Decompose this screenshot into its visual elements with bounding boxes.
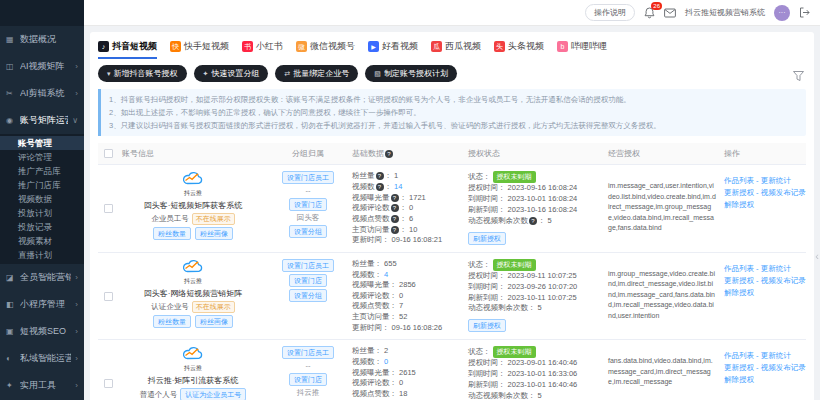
offline-tag[interactable]: 不在线展示 bbox=[192, 213, 235, 225]
row-checkbox[interactable] bbox=[104, 379, 113, 388]
tab-6[interactable]: 头头条视频 bbox=[494, 40, 544, 59]
stat-value: 0 bbox=[399, 378, 403, 387]
stat-line: 视频曝光量： 2856 bbox=[352, 280, 460, 291]
stat-label: 视频点赞数 bbox=[352, 214, 390, 223]
question-icon: ? bbox=[376, 172, 384, 180]
sidebar-item-2[interactable]: ✂AI剪辑系统› bbox=[0, 80, 84, 107]
sidebar-item-label: 账号矩阵运营 bbox=[20, 114, 68, 127]
group-set-button[interactable]: 设置门店 bbox=[289, 373, 327, 386]
tab-2[interactable]: 书小红书 bbox=[242, 40, 283, 59]
operation-link[interactable]: 解除授权 bbox=[724, 199, 802, 211]
action-button-2[interactable]: ⇄批量绑定企业号 bbox=[275, 65, 358, 82]
operation-link[interactable]: 作品列表 - 更新统计 bbox=[724, 175, 802, 187]
tab-3[interactable]: 微微信视频号 bbox=[296, 40, 355, 59]
row-checkbox[interactable] bbox=[104, 204, 113, 213]
status-badge-line: 状态： 授权未到期 bbox=[468, 346, 600, 358]
group-set-button[interactable]: 设置门店员工 bbox=[282, 259, 334, 272]
group-set-button[interactable]: 设置分组 bbox=[289, 289, 327, 302]
header-label: 分组归属 bbox=[292, 149, 324, 158]
sidebar-subitem-5[interactable]: 投放计划 bbox=[0, 206, 84, 220]
status-line-label: 到期时间 bbox=[468, 282, 498, 291]
group-set-button[interactable]: 设置门店 bbox=[289, 274, 327, 287]
fan-button[interactable]: 粉丝画像 bbox=[195, 227, 233, 240]
operation-link[interactable]: 更新授权 - 视频发布记录 bbox=[724, 362, 802, 374]
account-cell: 抖云推抖云推·矩阵引流获客系统普通个人号认证为企业员工号粉丝数量粉丝画像 bbox=[118, 340, 268, 400]
status-line-label: 到期时间 bbox=[468, 369, 498, 378]
sidebar-item-3[interactable]: ◉账号矩阵运营∨ bbox=[0, 107, 84, 134]
info-alert: 1、抖音账号扫码授权时，如提示部分权限授权失败：该账号不满足授权条件；证明授权的… bbox=[98, 89, 806, 136]
sidebar-subitem-4[interactable]: 视频数据 bbox=[0, 192, 84, 206]
tab-label: 微信视频号 bbox=[310, 40, 355, 53]
operation-link[interactable]: 作品列表 - 更新统计 bbox=[724, 263, 802, 275]
action-button-1[interactable]: ✦快速设置分组 bbox=[194, 65, 269, 82]
sidebar-item-label: 全员智能营销 bbox=[20, 271, 71, 284]
action-bar: ▾新增抖音账号授权✦快速设置分组⇄批量绑定企业号▧制定账号授权计划 bbox=[98, 65, 806, 82]
account-logo bbox=[180, 259, 206, 277]
platform-icon: 瓜 bbox=[431, 41, 442, 52]
tab-0[interactable]: ♪抖音短视频 bbox=[98, 40, 157, 59]
sidebar-subitem-2[interactable]: 推广产品库 bbox=[0, 164, 84, 178]
tab-1[interactable]: 快快手短视频 bbox=[170, 40, 229, 59]
select-all-checkbox[interactable] bbox=[104, 149, 113, 158]
status-cell: 状态： 授权未到期授权时间： 2023-09-01 16:40:46到期时间： … bbox=[464, 340, 604, 400]
menu-icon: ▦ bbox=[6, 35, 16, 44]
stat-value[interactable]: 0 bbox=[384, 357, 388, 366]
stat-value[interactable]: 14 bbox=[394, 182, 402, 191]
sidebar-item-b-1[interactable]: ◧小程序管理› bbox=[0, 291, 84, 318]
sidebar-item-b-4[interactable]: ✦实用工具› bbox=[0, 372, 84, 399]
filter-icon[interactable] bbox=[793, 67, 804, 85]
sidebar-item-b-2[interactable]: ▣短视频SEO› bbox=[0, 318, 84, 345]
operation-link[interactable]: 更新授权 - 视频发布记录 bbox=[724, 187, 802, 199]
fan-button[interactable]: 粉丝画像 bbox=[195, 315, 233, 328]
sidebar-item-b-0[interactable]: ◪全员智能营销› bbox=[0, 264, 84, 291]
avatar[interactable]: ··· bbox=[774, 5, 790, 21]
account-type: 企业员工号 bbox=[151, 214, 189, 224]
sidebar-item-1[interactable]: ◫AI视频矩阵› bbox=[0, 53, 84, 80]
group-set-button[interactable]: 设置门店员工 bbox=[282, 346, 334, 359]
refresh-auth-button[interactable]: 刷新授权 bbox=[468, 319, 506, 332]
tab-7[interactable]: b哔哩哔哩 bbox=[557, 40, 607, 59]
fan-button[interactable]: 粉丝数量 bbox=[153, 315, 191, 328]
sidebar-subitem-7[interactable]: 视频素材 bbox=[0, 234, 84, 248]
sidebar-item-0[interactable]: ▦数据概况 bbox=[0, 26, 84, 53]
mail-icon[interactable] bbox=[664, 8, 676, 18]
button-icon: ✦ bbox=[203, 70, 209, 78]
help-button[interactable]: 操作说明 bbox=[585, 4, 635, 21]
tab-5[interactable]: 瓜西瓜视频 bbox=[431, 40, 481, 59]
sidebar-item-b-3[interactable]: ◐私域智能运营› bbox=[0, 345, 84, 372]
action-button-0[interactable]: ▾新增抖音账号授权 bbox=[98, 65, 187, 82]
notification-bell-icon[interactable]: 26 bbox=[644, 7, 655, 19]
operation-link[interactable]: 更新授权 - 视频发布记录 bbox=[724, 275, 802, 287]
logout-icon[interactable] bbox=[799, 7, 810, 18]
operation-link[interactable]: 解除授权 bbox=[724, 287, 802, 299]
platform-icon: 头 bbox=[494, 41, 505, 52]
button-icon: ⇄ bbox=[284, 70, 290, 78]
sidebar-subitem-0[interactable]: 账号管理 bbox=[0, 136, 84, 150]
tab-label: 抖音短视频 bbox=[112, 40, 157, 53]
stat-line: 视频评论数： 0 bbox=[352, 291, 460, 302]
sidebar-subitem-3[interactable]: 推广门店库 bbox=[0, 178, 84, 192]
row-checkbox[interactable] bbox=[104, 292, 113, 301]
platform-tabs: ♪抖音短视频快快手短视频书小红书微微信视频号▶好看视频瓜西瓜视频头头条视频b哔哩… bbox=[98, 38, 806, 59]
status-line-value: ： 2023-09-01 16:40:46 bbox=[498, 358, 577, 367]
group-set-button[interactable]: 设置门店员工 bbox=[282, 171, 334, 184]
collapse-handle-icon[interactable]: ‹ bbox=[815, 250, 819, 262]
tab-4[interactable]: ▶好看视频 bbox=[368, 40, 418, 59]
action-button-3[interactable]: ▧制定账号授权计划 bbox=[365, 65, 457, 82]
operation-link[interactable]: 作品列表 - 更新统计 bbox=[724, 350, 802, 362]
sidebar-item-label: 数据概况 bbox=[20, 33, 78, 46]
operation-link[interactable]: 解除授权 bbox=[724, 374, 802, 386]
sidebar-subitem-1[interactable]: 评论管理 bbox=[0, 150, 84, 164]
offline-tag[interactable]: 不在线展示 bbox=[192, 301, 235, 313]
group-set-button[interactable]: 设置门店 bbox=[289, 198, 327, 211]
refresh-auth-button[interactable]: 刷新授权 bbox=[468, 232, 506, 245]
fan-button[interactable]: 粉丝数量 bbox=[153, 227, 191, 240]
sidebar-subitem-6[interactable]: 投放记录 bbox=[0, 220, 84, 234]
alert-line: 3、只建议以扫码抖音账号授权页面链接的形式进行授权，切勿在手机浏览器打开，并通过… bbox=[109, 119, 798, 132]
group-set-button[interactable]: 设置分组 bbox=[289, 225, 327, 238]
certify-button[interactable]: 认证为企业员工号 bbox=[180, 388, 246, 400]
group-cell: 设置门店员工设置门店设置分组 bbox=[268, 253, 348, 339]
stat-line: 视频数： 4 bbox=[352, 270, 460, 281]
sidebar-subitem-8[interactable]: 直播计划 bbox=[0, 248, 84, 262]
stat-value[interactable]: 4 bbox=[384, 270, 388, 279]
